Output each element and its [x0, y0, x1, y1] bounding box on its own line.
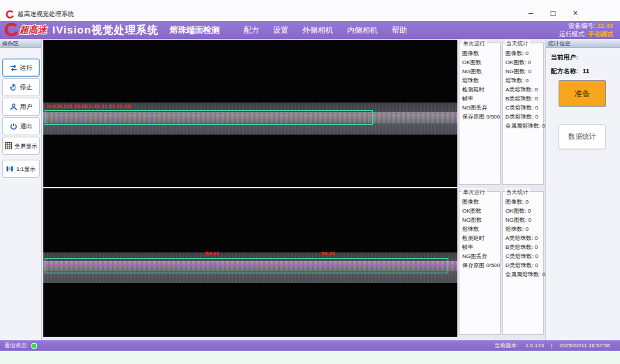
run-mode-value: 手动调试	[588, 31, 613, 38]
stat-item: C类熔珠数: 0	[505, 103, 543, 112]
stat-item: 熔珠数	[462, 225, 500, 234]
device-id-label: 设备编号:	[568, 22, 596, 29]
os-titlebar: 超高速视觉处理系统 – □ ×	[0, 0, 620, 21]
fullscreen-grid-icon	[4, 142, 13, 150]
run-mode-label: 运行模式:	[559, 31, 586, 38]
statistics-info-panel: 统计信息 当前用户: 配方名称: 11 准备 数据统计	[545, 39, 620, 340]
stat-item: NG图丢弃	[462, 103, 500, 112]
recipe-name-value: 11	[583, 68, 590, 75]
stat-item: 熔珠数: 0	[505, 76, 543, 85]
stat-item: NG图数	[462, 67, 500, 76]
stat-item: 帧率	[462, 94, 500, 103]
outer-camera-viewport: 4.4OK115 39.8K1.49 31.53 41.49	[43, 40, 457, 187]
comm-status-label: 通信状态:	[4, 342, 28, 349]
stat-item: OK图数: 0	[505, 206, 543, 215]
menu-item[interactable]: 设置	[273, 25, 288, 36]
prepare-button[interactable]: 准备	[559, 80, 606, 107]
red-swirl-logo-icon	[4, 23, 18, 37]
cycle-arrows-icon	[9, 63, 18, 73]
detected-feature-mark	[80, 117, 84, 121]
detected-feature-mark	[59, 117, 64, 121]
stat-item: B类熔珠数: 0	[505, 94, 543, 103]
stat-item: A类熔珠数: 0	[505, 234, 543, 243]
inner-camera-viewport: 53.11 56.43	[43, 188, 457, 337]
brand-logo-text: 超高速	[20, 24, 47, 36]
main-menu: 配方设置外侧相机内侧相机帮助	[244, 25, 407, 36]
one-to-one-icon	[6, 165, 14, 173]
single-run-groupbox-top: 单次运行 图像数OK图数NG图数熔珠数检测延时帧率NG图丢弃保存原图 0/500	[459, 43, 501, 185]
app-subtitle: 熔珠端面检测	[170, 24, 220, 36]
version-label: 当前版本:	[494, 342, 518, 349]
detection-bounding-box	[45, 258, 448, 273]
user-button-label: 用户	[20, 103, 33, 112]
current-user-label: 当前用户:	[551, 54, 578, 61]
measurement-annotation: 56.43	[321, 250, 335, 257]
run-button[interactable]: 运行	[2, 59, 40, 77]
detection-bounding-box	[45, 110, 373, 125]
datetime-value: 2025/02/11 16:57:56	[559, 342, 610, 349]
one-to-one-button-label: 1:1显示	[16, 165, 35, 173]
stat-item: OK图数	[462, 206, 500, 215]
stat-item: 帧率	[462, 243, 500, 252]
stop-button[interactable]: 停止	[2, 78, 40, 96]
stat-item: 图像数	[462, 197, 500, 206]
stat-item: 熔珠数: 0	[505, 225, 543, 234]
stat-item: 保存原图 0/500	[462, 112, 500, 121]
stat-item: B类熔珠数: 0	[505, 243, 543, 252]
stat-item: 图像数	[462, 49, 500, 58]
hand-stop-icon	[9, 83, 18, 92]
stat-item: OK图数	[462, 58, 500, 67]
stat-item: 保存原图 0/500	[462, 261, 500, 270]
run-button-label: 运行	[20, 63, 33, 73]
stat-item: 检测延时	[462, 234, 500, 243]
close-button[interactable]: ×	[564, 7, 586, 20]
stat-item: D类熔珠数: 0	[505, 261, 543, 270]
device-id-value: 22-33	[597, 22, 613, 29]
stat-item: NG图丢弃	[462, 252, 500, 261]
stat-item: 熔珠数	[462, 76, 500, 85]
header-status-block: 设备编号: 22-33 运行模式: 手动调试	[559, 22, 613, 38]
operation-sidebar: 操作区 运行 停止 用户	[0, 39, 42, 340]
stat-item: OK图数: 0	[505, 58, 543, 67]
measurement-annotation: 53.11	[205, 250, 219, 257]
groupbox-title: 当天统计	[505, 188, 530, 196]
app-title: IVision视觉处理系统	[52, 24, 158, 37]
fullscreen-button[interactable]: 全屏显示	[2, 137, 40, 155]
minimize-button[interactable]: –	[519, 7, 542, 20]
single-run-groupbox-bottom: 单次运行 图像数OK图数NG图数熔珠数检测延时帧率NG图丢弃保存原图 0/500	[459, 191, 501, 335]
one-to-one-button[interactable]: 1:1显示	[2, 160, 40, 178]
detected-feature-mark	[211, 263, 216, 267]
detected-feature-mark	[325, 263, 330, 267]
app-logo-icon	[6, 10, 14, 19]
version-value: 1.0.123	[525, 342, 544, 349]
menu-item[interactable]: 外侧相机	[302, 25, 333, 36]
stat-item: NG图数	[462, 215, 500, 225]
window-title: 超高速视觉处理系统	[17, 10, 74, 19]
desktop-margin	[0, 351, 620, 364]
menu-item[interactable]: 内侧相机	[347, 25, 378, 36]
stat-item: 金属屑熔珠数: 0	[505, 270, 543, 279]
menu-item[interactable]: 配方	[244, 25, 259, 36]
stop-button-label: 停止	[20, 83, 33, 92]
app-window: 超高速视觉处理系统 – □ × 超高速 IVision视觉处理系统 熔珠端面检测…	[0, 0, 620, 364]
status-separator: |	[551, 342, 552, 349]
stat-item: NG图数: 0	[505, 67, 543, 76]
maximize-button[interactable]: □	[542, 7, 564, 20]
power-icon	[9, 122, 18, 131]
stat-item: C类熔珠数: 0	[505, 252, 543, 261]
comm-status-led-icon	[31, 343, 37, 349]
detected-feature-mark	[110, 117, 115, 121]
stat-item: 检测延时	[462, 85, 500, 94]
sidebar-title: 操作区	[0, 39, 41, 48]
menu-item[interactable]: 帮助	[392, 25, 407, 36]
stat-item: D类熔珠数: 0	[505, 112, 543, 121]
stat-item: 金属屑熔珠数: 0	[505, 121, 543, 130]
stat-item: A类熔珠数: 0	[505, 85, 543, 94]
info-panel-title: 统计信息	[546, 39, 620, 48]
exit-button[interactable]: 退出	[2, 117, 40, 135]
daily-stats-groupbox-bottom: 当天统计 图像数: 0OK图数: 0NG图数: 0熔珠数: 0A类熔珠数: 0B…	[502, 191, 544, 335]
user-button[interactable]: 用户	[2, 98, 40, 116]
exit-button-label: 退出	[20, 122, 33, 131]
data-statistics-button[interactable]: 数据统计	[559, 124, 606, 149]
detected-feature-mark	[149, 117, 154, 121]
